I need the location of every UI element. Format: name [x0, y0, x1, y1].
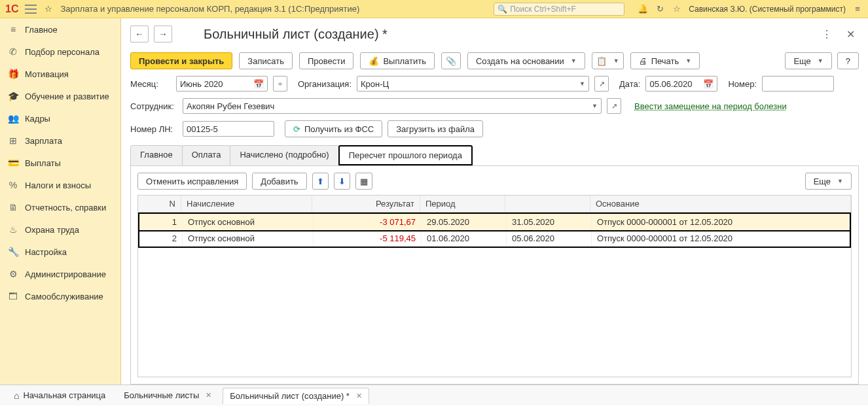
main-layout: ≡Главное ✆Подбор персонала 🎁Мотивация 🎓О… [0, 18, 868, 384]
document-icon: 🗎 [8, 202, 18, 213]
employee-open-button[interactable]: ↗ [607, 98, 621, 114]
help-button[interactable]: ? [837, 52, 859, 69]
sidebar-item-reports[interactable]: 🗎Отчетность, справки [0, 196, 120, 218]
create-based-button[interactable]: Создать на основании▼ [467, 52, 585, 69]
recalc-table: N Начисление Результат Период Основание … [138, 196, 851, 248]
table-row[interactable]: 1 Отпуск основной -3 071,67 29.05.2020 3… [139, 214, 850, 230]
col-result[interactable]: Результат [312, 196, 420, 213]
chevron-down-icon: ▼ [613, 58, 619, 64]
tab-main[interactable]: Главное [130, 145, 183, 165]
forward-button[interactable]: → [154, 26, 172, 43]
sidebar-item-training[interactable]: 🎓Обучение и развитие [0, 85, 120, 107]
percent-icon: % [8, 180, 18, 190]
back-button[interactable]: ← [130, 26, 149, 43]
settings-icon[interactable]: ≡ [852, 4, 863, 14]
self-service-icon: 🗔 [8, 291, 18, 301]
chevron-down-icon: ▼ [837, 178, 843, 184]
fss-button[interactable]: ⟳Получить из ФСС [285, 120, 382, 137]
table-wrap: N Начисление Результат Период Основание … [137, 195, 852, 377]
copy-button[interactable]: 📋▼ [592, 52, 624, 69]
sidebar-item-payments[interactable]: 💳Выплаты [0, 152, 120, 174]
month-field[interactable]: Июнь 2020📅 [176, 76, 268, 92]
sidebar-item-salary[interactable]: ⊞Зарплата [0, 129, 120, 152]
date-label: Дата: [619, 79, 640, 89]
topbar: 1C ☆ Зарплата и управление персоналом КО… [0, 0, 868, 18]
chevron-down-icon: ▼ [592, 103, 598, 109]
close-tab-icon[interactable]: ✕ [206, 391, 211, 400]
tab-payment[interactable]: Оплата [182, 145, 231, 165]
sidebar-item-recruit[interactable]: ✆Подбор персонала [0, 41, 120, 63]
chevron-down-icon: ▼ [685, 58, 691, 64]
bottom-tab-doc[interactable]: Больничный лист (создание) *✕ [223, 388, 369, 404]
col-n[interactable]: N [138, 196, 181, 213]
month-spinner[interactable]: ÷ [273, 76, 287, 92]
copy-icon: 📋 [596, 56, 607, 66]
user-name[interactable]: Савинская З.Ю. (Системный программист) [689, 5, 846, 14]
kebab-icon[interactable]: ⋮ [818, 26, 836, 43]
form-row-1: Месяц: Июнь 2020📅 ÷ Организация: Крон-Ц▼… [130, 76, 859, 92]
add-button[interactable]: Добавить [252, 173, 306, 190]
date-field[interactable]: 05.06.2020📅 [645, 76, 717, 92]
app-logo: 1C [5, 3, 18, 15]
star-icon[interactable]: ☆ [43, 4, 54, 14]
org-open-button[interactable]: ↗ [594, 76, 609, 92]
sidebar-item-taxes[interactable]: %Налоги и взносы [0, 174, 120, 196]
graduation-icon: 🎓 [8, 91, 18, 101]
org-field[interactable]: Крон-Ц▼ [357, 76, 589, 92]
tab-recalc[interactable]: Пересчет прошлого периода [338, 145, 473, 165]
tab-details[interactable]: Начислено (подробно) [230, 145, 338, 165]
move-up-button[interactable]: ⬆ [312, 173, 329, 190]
arrow-down-icon: ⬇ [338, 177, 346, 186]
month-label: Месяц: [130, 79, 171, 89]
cancel-fix-button[interactable]: Отменить исправления [137, 173, 247, 190]
phone-icon: ✆ [8, 46, 18, 57]
favorite-icon[interactable]: ☆ [672, 4, 682, 14]
col-base[interactable]: Основание [590, 196, 851, 213]
print-button[interactable]: 🖨Печать▼ [630, 52, 700, 69]
attachment-button[interactable]: 📎 [441, 52, 461, 69]
save-button[interactable]: Записать [239, 52, 293, 69]
sidebar-item-self[interactable]: 🗔Самообслуживание [0, 285, 120, 307]
sidebar-item-admin[interactable]: ⚙Администрирование [0, 263, 120, 285]
table-body: 1 Отпуск основной -3 071,67 29.05.2020 3… [138, 213, 851, 248]
more-button[interactable]: Еще▼ [785, 52, 831, 69]
number-field[interactable] [762, 76, 834, 92]
table-row[interactable]: 2 Отпуск основной -5 119,45 01.06.2020 0… [139, 230, 850, 247]
bell-icon[interactable]: 🔔 [638, 4, 648, 14]
number-label: Номер: [728, 79, 757, 89]
move-down-button[interactable]: ⬇ [334, 173, 350, 190]
post-button[interactable]: Провести [299, 52, 354, 69]
post-and-close-button[interactable]: Провести и закрыть [130, 52, 232, 69]
home-tab[interactable]: ⌂Начальная страница [7, 387, 113, 404]
employee-field[interactable]: Акопян Рубен Гезевич▼ [183, 98, 602, 114]
sidebar-item-safety[interactable]: ♨Охрана труда [0, 218, 120, 241]
sidebar-item-motivation[interactable]: 🎁Мотивация [0, 63, 120, 85]
calculator-icon: ⊞ [8, 135, 18, 146]
app-title: Зарплата и управление персоналом КОРП, р… [60, 4, 359, 14]
col-name[interactable]: Начисление [181, 196, 312, 213]
load-file-button[interactable]: Загрузить из файла [388, 120, 483, 137]
col-period[interactable]: Период [420, 196, 505, 213]
tab-more-button[interactable]: Еще▼ [805, 173, 852, 190]
ln-field[interactable]: 00125-5 [183, 121, 274, 137]
toolbar: Провести и закрыть Записать Провести 💰Вы… [130, 52, 859, 69]
content-area: ← → Больничный лист (создание) * ⋮ ✕ Про… [121, 18, 868, 384]
bottom-tab-list[interactable]: Больничные листы✕ [117, 387, 219, 403]
search-input[interactable]: 🔍 Поиск Ctrl+Shift+F [494, 3, 624, 16]
substitute-link[interactable]: Ввести замещение на период болезни [634, 101, 787, 111]
pay-button[interactable]: 💰Выплатить [360, 52, 435, 69]
hamburger-icon[interactable] [25, 5, 37, 14]
col-period2[interactable] [505, 196, 590, 213]
columns-button[interactable]: ▦ [355, 173, 372, 190]
employee-label: Сотрудник: [130, 101, 177, 111]
sidebar-item-staff[interactable]: 👥Кадры [0, 107, 120, 129]
page-title: Больничный лист (создание) * [204, 27, 388, 42]
flame-icon: ♨ [8, 224, 18, 235]
sidebar-item-main[interactable]: ≡Главное [0, 18, 120, 41]
history-icon[interactable]: ↻ [655, 4, 665, 14]
bottom-tabs: ⌂Начальная страница Больничные листы✕ Бо… [0, 384, 868, 405]
close-icon[interactable]: ✕ [842, 26, 859, 43]
sidebar-item-settings[interactable]: 🔧Настройка [0, 241, 120, 263]
search-icon: 🔍 [497, 5, 507, 14]
close-tab-icon[interactable]: ✕ [356, 392, 362, 400]
